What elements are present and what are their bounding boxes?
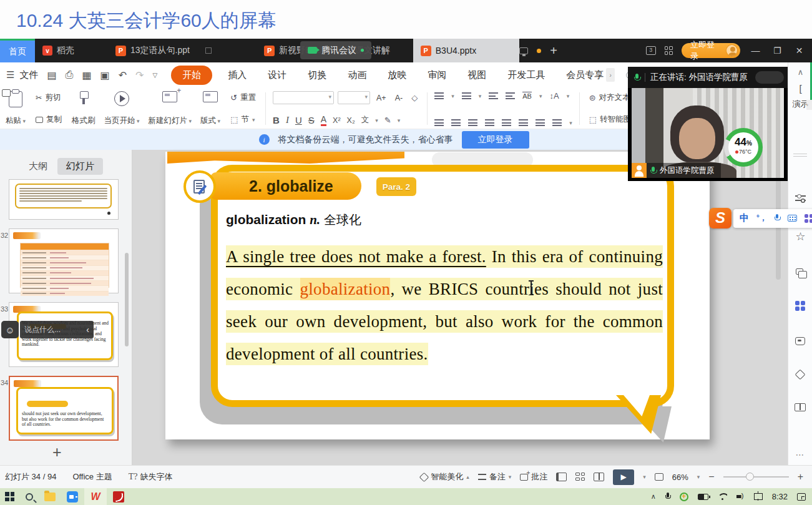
skin-settings-icon[interactable]: [795, 337, 805, 345]
reset-button[interactable]: ↺重置: [228, 91, 258, 104]
clock[interactable]: 8:32: [772, 492, 788, 501]
play-options-caret[interactable]: ▾: [643, 474, 646, 480]
hamburger-icon[interactable]: ☰: [6, 69, 14, 81]
smart-beautify-button[interactable]: 智能美化▴: [421, 471, 469, 483]
sorter-view-icon[interactable]: [575, 473, 585, 481]
dictionary-icon[interactable]: [795, 403, 806, 411]
meeting-overlay-pill[interactable]: 腾讯会议: [300, 41, 371, 59]
pane-expand-icon[interactable]: ›: [806, 100, 812, 110]
print-icon[interactable]: ▦: [82, 69, 91, 81]
ime-language-toggle[interactable]: 中: [740, 212, 749, 224]
play-from-current-button[interactable]: 当页开始 ▾: [100, 90, 144, 127]
tencent-meeting-icon[interactable]: [67, 491, 78, 503]
restore-button[interactable]: ❐: [771, 46, 784, 56]
menu-insert[interactable]: 插入: [217, 66, 257, 85]
apps-grid-icon[interactable]: [795, 301, 805, 311]
badge-icon[interactable]: [795, 370, 806, 380]
notification-center-icon[interactable]: [797, 493, 806, 501]
volume-icon[interactable]: [736, 493, 745, 500]
missing-fonts[interactable]: T? 缺失字体: [129, 471, 173, 483]
tab-list-icon[interactable]: [665, 46, 673, 55]
star-effects-icon[interactable]: ☆: [788, 230, 812, 243]
zoom-level[interactable]: 66%: [672, 473, 688, 482]
zoom-in-button[interactable]: +: [798, 471, 803, 483]
tab-home[interactable]: 首页: [0, 39, 35, 62]
workspace-switch-icon[interactable]: 3: [646, 46, 655, 55]
redo-icon[interactable]: ↷: [135, 69, 144, 81]
tray-mic-icon[interactable]: [665, 493, 670, 501]
tray-antivirus-icon[interactable]: [680, 493, 688, 501]
slide-thumbnail-32[interactable]: [9, 228, 119, 293]
tab-close-icon[interactable]: [205, 47, 212, 54]
customize-caret-icon[interactable]: ▽: [152, 72, 157, 79]
clear-format-icon[interactable]: ◇: [409, 92, 420, 104]
fit-window-icon[interactable]: [655, 473, 663, 481]
superscript-button[interactable]: X²: [333, 116, 341, 125]
normal-view-icon[interactable]: [556, 473, 567, 481]
meeting-video-overlay[interactable]: 正在讲话: 外国语学院曹原 44% 76°C 外国语学院曹原: [628, 67, 788, 181]
preview-icon[interactable]: ▣: [100, 69, 110, 81]
font-family-select[interactable]: [273, 91, 334, 104]
tab-document-active[interactable]: P B3U4.pptx: [413, 39, 519, 62]
subscript-button[interactable]: X₂: [347, 116, 355, 125]
copy-button[interactable]: 复制: [33, 113, 64, 126]
tab-docer[interactable]: v 稻壳: [35, 39, 108, 62]
section-button[interactable]: ⬚节▾: [228, 113, 258, 126]
chat-collapse-icon[interactable]: ‹: [86, 325, 89, 335]
menu-animation[interactable]: 动画: [337, 66, 377, 85]
menu-start[interactable]: 开始: [171, 66, 212, 85]
line-spacing-icon[interactable]: ↕A: [549, 91, 559, 101]
battery-icon[interactable]: [698, 494, 708, 500]
slide-thumbnail-34-selected[interactable]: should not just seek our own development…: [9, 376, 119, 441]
wps-active-plate[interactable]: W: [84, 488, 107, 505]
login-button[interactable]: 立即登录: [682, 43, 740, 58]
distribute-icon[interactable]: [502, 119, 511, 126]
menu-member[interactable]: 会员专享: [555, 66, 606, 85]
cnki-icon[interactable]: [113, 491, 124, 503]
zoom-out-button[interactable]: −: [708, 471, 714, 483]
collapse-ribbon-icon[interactable]: ∧: [788, 67, 812, 77]
add-slide-button[interactable]: +: [52, 443, 62, 461]
panel-scrollbar[interactable]: [125, 253, 129, 346]
close-button[interactable]: ✕: [793, 46, 806, 56]
tab-slides[interactable]: 幻灯片: [57, 158, 103, 175]
align-center-icon[interactable]: [451, 119, 461, 126]
bullet-list-icon[interactable]: [434, 92, 444, 99]
strikethrough-button[interactable]: S: [308, 115, 315, 125]
undo-icon[interactable]: ↶: [119, 69, 127, 81]
highlight-button[interactable]: ✎: [384, 115, 391, 125]
line-height-icon[interactable]: [552, 119, 562, 126]
tab-document-1[interactable]: P 13定语从句.ppt: [108, 39, 257, 62]
save-icon[interactable]: ▤: [47, 69, 56, 81]
new-slide-button[interactable]: 新建幻灯片 ▾: [144, 90, 197, 127]
display-icon[interactable]: [754, 493, 763, 500]
monitor-icon[interactable]: [519, 47, 528, 54]
menu-design[interactable]: 设计: [257, 66, 297, 85]
start-button[interactable]: [5, 492, 14, 501]
menu-slideshow[interactable]: 放映: [377, 66, 417, 85]
slideshow-play-button[interactable]: ▶: [613, 469, 634, 485]
pinyin-button[interactable]: 文: [361, 115, 369, 125]
zoom-slider[interactable]: [723, 476, 789, 478]
shrink-font-button[interactable]: A-: [393, 92, 406, 104]
new-tab-button[interactable]: +: [550, 44, 557, 58]
settings-sliders-icon[interactable]: [795, 195, 806, 202]
menu-file[interactable]: 文件: [14, 69, 47, 81]
banner-login-button[interactable]: 立即登录: [462, 131, 529, 149]
para-spacing-after-icon[interactable]: [536, 119, 545, 126]
slide-thumbnail-31[interactable]: [9, 179, 119, 220]
zoom-slider-thumb[interactable]: [746, 473, 754, 481]
text-direction-icon[interactable]: AB: [522, 92, 532, 100]
layout-button[interactable]: 版式 ▾: [196, 90, 225, 127]
notes-button[interactable]: 备注▾: [478, 471, 512, 483]
chat-input[interactable]: 说点什么... ‹: [20, 321, 94, 338]
para-spacing-before-icon[interactable]: [519, 119, 528, 126]
export-icon[interactable]: ⎙: [66, 69, 74, 81]
menu-devtools[interactable]: 开发工具: [497, 66, 555, 85]
tray-expand-icon[interactable]: ∧: [651, 493, 656, 501]
menu-overflow-icon[interactable]: ›: [606, 68, 615, 82]
taskbar-search-icon[interactable]: [26, 493, 33, 501]
slide-canvas[interactable]: 2. globalize Para. 2 globalization n. 全球…: [165, 152, 710, 439]
grow-font-button[interactable]: A+: [374, 92, 389, 104]
bold-button[interactable]: B: [273, 115, 280, 125]
